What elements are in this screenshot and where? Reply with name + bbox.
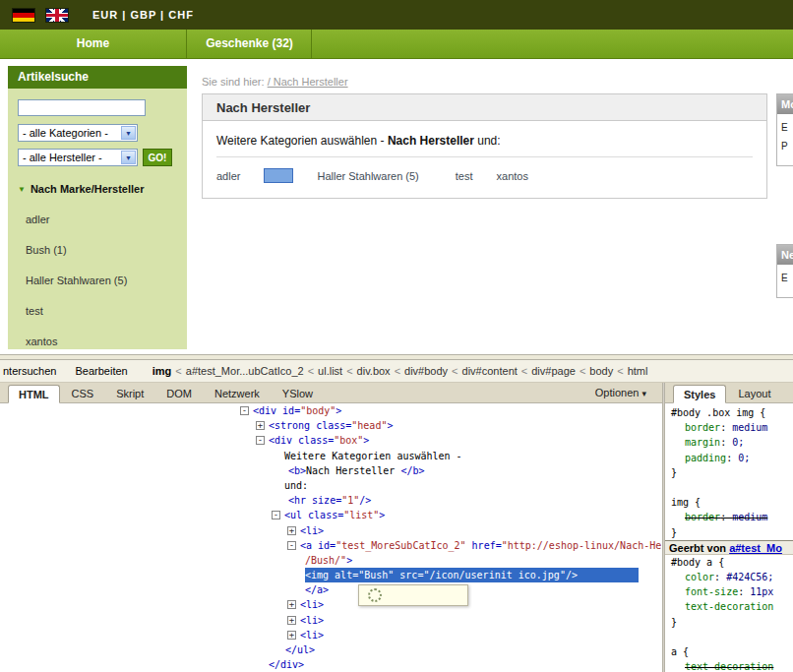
dropdown-arrow-icon[interactable]: ▼: [121, 151, 136, 164]
tab-netzwerk[interactable]: Netzwerk: [204, 384, 271, 402]
path-item[interactable]: div#content: [462, 365, 518, 377]
tree-row[interactable]: +<li>: [0, 597, 662, 612]
css-rule-line[interactable]: #body a {: [665, 555, 793, 570]
css-rule-line[interactable]: border: medium: [665, 510, 793, 524]
css-rule-line[interactable]: text-decoration: [665, 599, 793, 614]
inherited-element-link[interactable]: a#test_Mo: [729, 542, 782, 554]
search-input[interactable]: [18, 99, 146, 116]
tree-row[interactable]: +<li>: [0, 628, 662, 642]
path-item[interactable]: img: [152, 365, 172, 377]
inspected-image-highlight[interactable]: [264, 168, 293, 183]
manufacturer-link-test[interactable]: test: [456, 170, 473, 182]
css-rule-line[interactable]: text-decoration: [665, 659, 793, 672]
manufacturer-link-adler[interactable]: adler: [216, 170, 240, 182]
german-flag-icon[interactable]: [12, 8, 35, 23]
expand-icon[interactable]: +: [287, 526, 296, 535]
path-item[interactable]: html: [628, 365, 648, 377]
tree-row[interactable]: </a>: [0, 582, 662, 597]
css-rule-line[interactable]: border: medium: [665, 420, 793, 435]
css-rule-line[interactable]: }: [665, 525, 793, 540]
manufacturer-select[interactable]: - alle Hersteller - ▼: [18, 149, 138, 166]
collapse-icon[interactable]: -: [272, 511, 280, 519]
tree-row[interactable]: /Bush/">: [0, 553, 662, 568]
tree-row[interactable]: +<strong class="head">: [0, 418, 662, 433]
tab-html[interactable]: HTML: [8, 385, 60, 403]
tab-styles[interactable]: Styles: [673, 385, 726, 403]
path-item[interactable]: ul.list: [318, 365, 342, 377]
css-rule-line[interactable]: img {: [665, 495, 793, 510]
options-menu[interactable]: Optionen▾: [595, 387, 646, 398]
css-rule-line[interactable]: }: [665, 615, 793, 630]
tree-row[interactable]: -<a id="test_MoreSubCatIco_2" href="http…: [0, 538, 662, 553]
tree-row[interactable]: Weitere Kategorien auswählen -: [0, 449, 662, 463]
manufacturer-select-value: - alle Hersteller -: [23, 152, 102, 163]
collapse-icon[interactable]: -: [256, 436, 265, 445]
tree-row[interactable]: +<li>: [0, 523, 662, 538]
box-title: Nach Hersteller: [203, 94, 766, 121]
tree-row[interactable]: -<div class="box">: [0, 433, 662, 448]
nav-tab-home[interactable]: Home: [0, 30, 187, 59]
manufacturer-links-row: adler Haller Stahlwaren (5) test xantos: [216, 168, 753, 183]
css-rule-line[interactable]: }: [665, 465, 793, 480]
breadcrumb-path-link[interactable]: / Nach Hersteller: [268, 76, 348, 88]
right-module-2-header: Ne: [777, 245, 793, 265]
path-separator: <: [580, 365, 585, 377]
path-item[interactable]: div#body: [404, 365, 448, 377]
right-module-2-line: E: [781, 273, 793, 283]
dropdown-arrow-icon[interactable]: ▼: [121, 126, 136, 140]
menu-inspect[interactable]: ntersuchen: [3, 365, 56, 377]
path-item[interactable]: div#page: [531, 365, 576, 377]
go-button[interactable]: GO!: [143, 149, 172, 166]
expand-icon[interactable]: +: [287, 600, 296, 609]
expand-icon[interactable]: +: [287, 616, 296, 625]
manufacturer-link-haller[interactable]: Haller Stahlwaren (5): [317, 170, 418, 182]
tree-row[interactable]: <hr size="1"/>: [0, 493, 662, 508]
css-rule-line[interactable]: #body .box img {: [665, 405, 793, 420]
main-content: Sie sind hier: / Nach Hersteller Nach He…: [202, 59, 772, 199]
uk-flag-icon[interactable]: [45, 8, 69, 23]
css-rule-line[interactable]: color: #424C56;: [665, 570, 793, 584]
path-item[interactable]: body: [589, 365, 613, 377]
brand-filter-header[interactable]: ▼Nach Marke/Hersteller: [18, 183, 179, 195]
tree-row-selected[interactable]: <img alt="Bush" src="/icon/userinit ico.…: [0, 568, 662, 582]
tree-row[interactable]: <b>Nach Hersteller </b>: [0, 463, 662, 478]
tree-row[interactable]: -<div id="body">: [0, 403, 662, 418]
sidebar-item-test[interactable]: test: [26, 305, 179, 317]
sidebar-item-xantos[interactable]: xantos: [26, 336, 179, 347]
css-rule-line[interactable]: margin: 0;: [665, 435, 793, 450]
tree-row[interactable]: und:: [0, 478, 662, 493]
sidebar-item-bush[interactable]: Bush (1): [26, 244, 179, 256]
sidebar-body: - alle Kategorien - ▼ - alle Hersteller …: [8, 89, 187, 349]
menu-edit[interactable]: Bearbeiten: [76, 365, 128, 377]
tab-css[interactable]: CSS: [61, 384, 105, 402]
tab-layout[interactable]: Layout: [727, 384, 781, 402]
category-select[interactable]: - alle Kategorien - ▼: [18, 124, 138, 142]
inherited-from-header[interactable]: Geerbt von a#test_Mo: [665, 540, 793, 555]
tab-skript[interactable]: Skript: [105, 384, 154, 402]
collapse-icon[interactable]: -: [287, 541, 296, 550]
collapse-icon[interactable]: -: [240, 406, 249, 415]
sidebar-item-adler[interactable]: adler: [26, 214, 179, 225]
chevron-down-icon: ▾: [641, 389, 646, 398]
css-rule-line[interactable]: padding: 0;: [665, 451, 793, 465]
tree-row[interactable]: +<li>: [0, 613, 662, 628]
manufacturer-link-xantos[interactable]: xantos: [497, 170, 528, 182]
expand-icon[interactable]: +: [287, 631, 296, 640]
tree-row[interactable]: -<ul class="list">: [0, 508, 662, 522]
sidebar-item-haller[interactable]: Haller Stahlwaren (5): [26, 275, 179, 286]
path-item[interactable]: div.box: [357, 365, 391, 377]
css-rule-line[interactable]: font-size: 11px: [665, 584, 793, 599]
currency-selector[interactable]: EUR | GBP | CHF: [92, 9, 194, 21]
tree-row[interactable]: </div>: [0, 657, 662, 672]
css-rule-line[interactable]: a {: [665, 644, 793, 659]
html-tree: -<div id="body">+<strong class="head">-<…: [0, 403, 662, 672]
path-item[interactable]: a#test_Mor...ubCatIco_2: [186, 365, 304, 377]
tab-dom[interactable]: DOM: [155, 384, 203, 402]
nav-tab-geschenke[interactable]: Geschenke (32): [188, 30, 312, 59]
triangle-down-icon: ▼: [18, 185, 26, 194]
main-nav: Home Geschenke (32): [0, 30, 793, 59]
expand-icon[interactable]: +: [256, 421, 265, 430]
tree-row[interactable]: </ul>: [0, 642, 662, 657]
tab-yslow[interactable]: YSlow: [272, 384, 324, 402]
tab-dom-right[interactable]: DOM: [782, 384, 793, 402]
